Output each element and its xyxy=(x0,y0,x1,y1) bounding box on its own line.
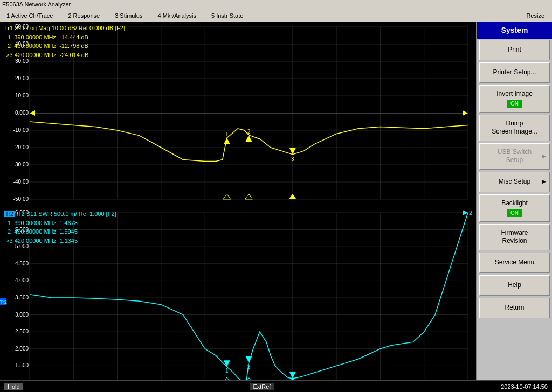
chart-area: Tr1 S11 Log Mag 10.00 dB/ Ref 0.000 dB [… xyxy=(0,22,476,392)
app-title: E5063A Network Analyzer xyxy=(2,1,71,8)
menu-bar: 1 Active Ch/Trace 2 Response 3 Stimulus … xyxy=(0,10,552,22)
footer-datetime: 2023-10-07 14:50 xyxy=(501,383,548,390)
printer-setup-button[interactable]: Printer Setup... xyxy=(479,62,550,83)
backlight-button[interactable]: Backlight ON xyxy=(479,194,550,222)
panel-title: System xyxy=(477,22,552,39)
usb-switch-button[interactable]: USB Switch Setup xyxy=(479,143,550,170)
backlight-on: ON xyxy=(507,209,522,217)
bottom-footer: Hold ExtRef 2023-10-07 14:50 xyxy=(0,380,552,392)
menu-active-ch[interactable]: 1 Active Ch/Trace xyxy=(4,11,55,20)
chart-bottom: Tr2 Tr2 S11 SWR 500.0 m/ Ref 1.000 [F2] … xyxy=(0,207,476,380)
help-button[interactable]: Help xyxy=(479,275,550,296)
footer-hold: Hold xyxy=(4,383,23,390)
menu-stimulus[interactable]: 3 Stimulus xyxy=(113,11,144,20)
return-button[interactable]: Return xyxy=(479,298,550,318)
menu-mkr-analysis[interactable]: 4 Mkr/Analysis xyxy=(155,11,198,20)
menu-response[interactable]: 2 Response xyxy=(66,11,102,20)
menu-instr-state[interactable]: 5 Instr State xyxy=(209,11,245,20)
invert-image-on: ON xyxy=(507,100,522,108)
firmware-revision-button[interactable]: Firmware Revision xyxy=(479,224,550,250)
right-panel: System Print Printer Setup... Invert Ima… xyxy=(476,22,552,392)
chart-top: Tr1 S11 Log Mag 10.00 dB/ Ref 0.000 dB [… xyxy=(0,22,476,207)
main-layout: Tr1 S11 Log Mag 10.00 dB/ Ref 0.000 dB [… xyxy=(0,22,552,392)
resize-button[interactable]: Resize xyxy=(523,11,548,20)
footer-extref: ExtRef xyxy=(250,383,274,390)
title-bar: E5063A Network Analyzer xyxy=(0,0,552,10)
misc-setup-button[interactable]: Misc Setup xyxy=(479,172,550,192)
dump-screen-button[interactable]: Dump Screen Image... xyxy=(479,115,550,141)
invert-image-button[interactable]: Invert Image ON xyxy=(479,85,550,113)
service-menu-button[interactable]: Service Menu xyxy=(479,253,550,273)
print-button[interactable]: Print xyxy=(479,40,550,60)
